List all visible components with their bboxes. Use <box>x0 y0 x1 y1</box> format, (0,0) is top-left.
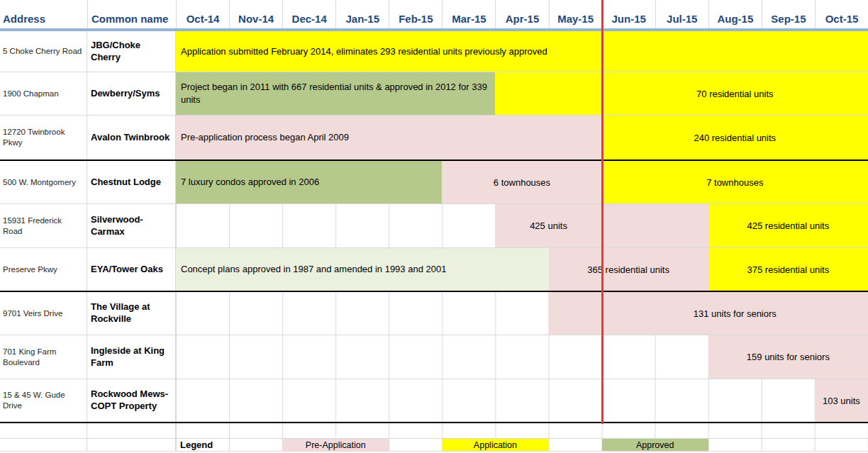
legend-swatch-preapplication[interactable]: Pre-Application <box>282 439 389 451</box>
gantt-row: 5 Choke Cherry RoadJBG/Choke CherryAppli… <box>0 31 868 72</box>
timeline-cells: 425 units425 residential units <box>176 204 868 247</box>
blank-row <box>0 423 868 439</box>
legend-label: Legend <box>176 439 229 451</box>
gantt-row: 9701 Veirs DriveThe Village at Rockville… <box>0 292 868 335</box>
legend-swatch-application[interactable]: Application <box>442 439 548 451</box>
address-cell[interactable]: Preserve Pkwy <box>0 248 87 291</box>
bar-label: Application submitted February 2014, eli… <box>176 31 868 72</box>
address-cell[interactable]: 15931 Frederick Road <box>0 204 87 247</box>
timeline-cells: 103 units <box>176 379 868 422</box>
bar-label: Project began in 2011 with 667 residenti… <box>176 72 500 115</box>
legend-name-cell[interactable] <box>87 439 176 451</box>
common-name-cell[interactable]: Chestnut Lodge <box>87 161 176 203</box>
month-header-feb15[interactable]: Feb-15 <box>389 0 442 28</box>
legend-row: Legend Pre-ApplicationApplicationApprove… <box>0 439 868 452</box>
address-cell[interactable]: 15 & 45 W. Gude Drive <box>0 379 87 422</box>
legend-timeline-cells: Legend Pre-ApplicationApplicationApprove… <box>176 439 868 451</box>
timeline-cells: Application submitted February 2014, eli… <box>176 31 868 72</box>
month-header-apr15[interactable]: Apr-15 <box>495 0 548 28</box>
address-cell[interactable]: 12720 Twinbrook Pkwy <box>0 116 87 160</box>
common-name-cell[interactable]: Silverwood-Carmax <box>87 204 176 247</box>
bar-label: 7 luxury condos approved in 2006 <box>176 161 447 203</box>
column-header-address[interactable]: Address <box>0 0 87 28</box>
bar-label: 70 residential units <box>602 72 868 115</box>
address-cell[interactable]: 1900 Chapman <box>0 72 87 115</box>
bar-label: Pre-application process began April 2009 <box>176 116 607 160</box>
gantt-row: 15 & 45 W. Gude DriveRockwood Mews-COPT … <box>0 379 868 423</box>
gantt-row: 12720 Twinbrook PkwyAvalon TwinbrookPre-… <box>0 116 868 161</box>
timeline-cells: 159 units for seniors <box>176 335 868 379</box>
month-header-oct15[interactable]: Oct-15 <box>815 0 868 28</box>
blank-name-cell[interactable] <box>87 423 176 438</box>
month-headers: Oct-14 Nov-14 Dec-14 Jan-15 Feb-15 Mar-1… <box>176 0 868 28</box>
month-header-nov14[interactable]: Nov-14 <box>229 0 282 28</box>
today-marker-line <box>601 0 603 424</box>
bar-label: 240 residential units <box>602 116 868 160</box>
month-header-mar15[interactable]: Mar-15 <box>442 0 495 28</box>
bar-label: 131 units for seniors <box>602 292 868 335</box>
address-cell[interactable]: 500 W. Montgomery <box>0 161 87 203</box>
bar-label: Concept plans approved in 1987 and amend… <box>176 248 554 291</box>
month-header-may15[interactable]: May-15 <box>549 0 602 28</box>
common-name-cell[interactable]: Dewberry/Syms <box>87 72 176 115</box>
common-name-cell[interactable]: Rockwood Mews-COPT Property <box>87 379 176 422</box>
address-cell[interactable]: 5 Choke Cherry Road <box>0 31 87 72</box>
address-cell[interactable]: 701 King Farm Boulevard <box>0 335 87 379</box>
legend-swatch-approved[interactable]: Approved <box>602 439 708 451</box>
bar-label: 365 residential units <box>549 248 708 291</box>
bar-label: 7 townhouses <box>602 161 868 203</box>
legend-address-cell[interactable] <box>0 439 87 451</box>
blank-timeline-cells <box>176 423 868 438</box>
common-name-cell[interactable]: Ingleside at King Farm <box>87 335 176 379</box>
gantt-row: 500 W. MontgomeryChestnut Lodge7 luxury … <box>0 161 868 204</box>
bar-label: 159 units for seniors <box>708 335 868 379</box>
blank-address-cell[interactable] <box>0 423 87 438</box>
month-header-jan15[interactable]: Jan-15 <box>335 0 389 28</box>
month-header-jul15[interactable]: Jul-15 <box>655 0 708 28</box>
address-cell[interactable]: 9701 Veirs Drive <box>0 292 87 335</box>
spreadsheet-gantt: Address Common name Oct-14 Nov-14 Dec-14… <box>0 0 868 453</box>
timeline-cells: Concept plans approved in 1987 and amend… <box>176 248 868 291</box>
timeline-cells: 131 units for seniors <box>176 292 868 335</box>
gantt-rows: 5 Choke Cherry RoadJBG/Choke CherryAppli… <box>0 31 868 423</box>
common-name-cell[interactable]: Avalon Twinbrook <box>87 116 176 160</box>
month-header-jun15[interactable]: Jun-15 <box>602 0 655 28</box>
column-header-common-name[interactable]: Common name <box>87 0 176 28</box>
common-name-cell[interactable]: JBG/Choke Cherry <box>87 31 176 72</box>
month-header-oct14[interactable]: Oct-14 <box>176 0 229 28</box>
bar-label: 375 residential units <box>708 248 868 291</box>
gantt-row: 15931 Frederick RoadSilverwood-Carmax425… <box>0 204 868 248</box>
gantt-row: Preserve PkwyEYA/Tower OaksConcept plans… <box>0 248 868 292</box>
bar-label: 6 townhouses <box>442 161 601 203</box>
bar-label: 425 residential units <box>708 204 868 247</box>
timeline-cells: Pre-application process began April 2009… <box>176 116 868 160</box>
common-name-cell[interactable]: The Village at Rockville <box>87 292 176 335</box>
gantt-row: 1900 ChapmanDewberry/SymsProject began i… <box>0 72 868 116</box>
timeline-cells: Project began in 2011 with 667 residenti… <box>176 72 868 115</box>
header-row: Address Common name Oct-14 Nov-14 Dec-14… <box>0 0 868 28</box>
month-header-dec14[interactable]: Dec-14 <box>282 0 335 28</box>
bar-label: 103 units <box>815 379 868 422</box>
common-name-cell[interactable]: EYA/Tower Oaks <box>87 248 176 291</box>
timeline-cells: 7 luxury condos approved in 20066 townho… <box>176 161 868 203</box>
gantt-row: 701 King Farm BoulevardIngleside at King… <box>0 335 868 379</box>
bar-label: 425 units <box>495 204 601 247</box>
month-header-sep15[interactable]: Sep-15 <box>762 0 815 28</box>
month-header-aug15[interactable]: Aug-15 <box>708 0 762 28</box>
